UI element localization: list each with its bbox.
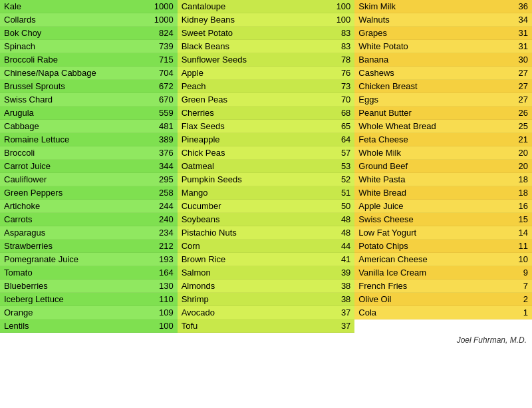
table-row: Pineapple64 — [178, 133, 355, 146]
food-name: Peach — [182, 81, 325, 91]
food-name: Banana — [358, 55, 501, 65]
table-row: Whole Wheat Bread25 — [354, 120, 532, 133]
food-name: Pistachio Nuts — [182, 228, 325, 238]
food-name: Almonds — [182, 281, 325, 291]
food-name: Swiss Cheese — [358, 214, 501, 224]
table-row: Apple76 — [178, 67, 355, 80]
food-name: Cantaloupe — [182, 1, 325, 11]
food-score: 7 — [501, 281, 528, 291]
food-score: 64 — [324, 134, 350, 144]
food-score: 31 — [501, 41, 528, 51]
table-row: Cantaloupe100 — [178, 0, 355, 13]
table-row: Carrots240 — [0, 213, 178, 226]
table-row: Potato Chips11 — [354, 240, 532, 253]
food-score: 258 — [147, 188, 174, 198]
food-score: 15 — [501, 214, 528, 224]
table-row: Artichoke244 — [0, 200, 178, 213]
table-row: Brussel Sprouts672 — [0, 80, 178, 93]
food-name: Chicken Breast — [358, 81, 501, 91]
food-name: Spinach — [4, 41, 147, 51]
food-name: Low Fat Yogurt — [358, 228, 501, 238]
food-score: 824 — [147, 28, 174, 38]
food-name: Soybeans — [182, 214, 325, 224]
food-score: 57 — [324, 148, 350, 158]
food-name: Blueberries — [4, 281, 147, 291]
food-score: 100 — [147, 321, 174, 331]
food-name: Vanilla Ice Cream — [358, 268, 501, 278]
food-score: 34 — [501, 15, 528, 25]
table-row: Cauliflower295 — [0, 173, 178, 186]
food-name: Chinese/Napa Cabbage — [4, 68, 147, 78]
column-1: Kale1000Collards1000Bok Choy824Spinach73… — [0, 0, 178, 333]
food-name: Cabbage — [4, 121, 147, 131]
food-name: Salmon — [182, 268, 325, 278]
table-row: Kale1000 — [0, 0, 178, 13]
food-name: Tofu — [182, 321, 325, 331]
table-row: Collards1000 — [0, 13, 178, 27]
food-score: 670 — [147, 95, 174, 104]
food-score: 2 — [501, 294, 528, 304]
food-name: Black Beans — [182, 41, 325, 51]
food-score: 100 — [324, 15, 350, 25]
table-row: Sunflower Seeds78 — [178, 53, 355, 67]
food-score: 65 — [324, 121, 350, 131]
food-name: French Fries — [358, 281, 501, 291]
food-name: Romaine Lettuce — [4, 134, 147, 144]
food-score: 38 — [324, 294, 350, 304]
food-score: 110 — [147, 294, 174, 304]
table-row: Low Fat Yogurt14 — [354, 226, 532, 240]
food-name: Corn — [182, 241, 325, 251]
food-score: 73 — [324, 81, 350, 91]
table-row: Kidney Beans100 — [178, 13, 355, 27]
table-row: Black Beans83 — [178, 40, 355, 53]
table-row: Spinach739 — [0, 40, 178, 53]
food-name: Orange — [4, 307, 147, 317]
table-row: Tofu37 — [178, 319, 355, 333]
table-row: Grapes31 — [354, 27, 532, 40]
food-name: Avocado — [182, 307, 325, 317]
food-score: 31 — [501, 28, 528, 38]
food-score: 344 — [147, 161, 174, 171]
table-row: Cherries68 — [178, 106, 355, 120]
table-row: Skim Milk36 — [354, 0, 532, 13]
food-name: Pomegranate Juice — [4, 254, 147, 264]
food-score: 16 — [501, 201, 528, 211]
food-name: Carrots — [4, 214, 147, 224]
food-score: 164 — [147, 268, 174, 278]
food-name: Flax Seeds — [182, 121, 325, 131]
table-row: White Potato31 — [354, 40, 532, 53]
food-score: 21 — [501, 134, 528, 144]
table-row: Cashews27 — [354, 67, 532, 80]
food-name: Kidney Beans — [182, 15, 325, 25]
food-name: White Pasta — [358, 174, 501, 184]
food-name: Tomato — [4, 268, 147, 278]
table-row: Swiss Cheese15 — [354, 213, 532, 226]
food-name: Mango — [182, 188, 325, 198]
column-3: Skim Milk36Walnuts34Grapes31White Potato… — [354, 0, 532, 333]
food-score: 193 — [147, 254, 174, 264]
food-name: Artichoke — [4, 201, 147, 211]
table-row: Carrot Juice344 — [0, 160, 178, 173]
food-name: Pineapple — [182, 134, 325, 144]
food-name: Sweet Potato — [182, 28, 325, 38]
table-row: Olive Oil2 — [354, 293, 532, 306]
food-name: Cherries — [182, 108, 325, 118]
food-name: Asparagus — [4, 228, 147, 238]
food-score: 68 — [324, 108, 350, 118]
food-score: 1000 — [147, 1, 174, 11]
food-name: Lentils — [4, 321, 147, 331]
food-score: 715 — [147, 55, 174, 65]
table-row: Cucumber50 — [178, 200, 355, 213]
food-name: Cola — [358, 307, 501, 317]
table-row: Green Peas70 — [178, 93, 355, 106]
food-score: 109 — [147, 307, 174, 317]
food-score: 44 — [324, 241, 350, 251]
food-score: 234 — [147, 228, 174, 238]
food-name: Arugula — [4, 108, 147, 118]
food-score: 37 — [324, 307, 350, 317]
table-row: Pomegranate Juice193 — [0, 253, 178, 266]
table-row: Peanut Butter26 — [354, 106, 532, 120]
food-score: 41 — [324, 254, 350, 264]
food-name: Whole Milk — [358, 148, 501, 158]
food-name: Shrimp — [182, 294, 325, 304]
